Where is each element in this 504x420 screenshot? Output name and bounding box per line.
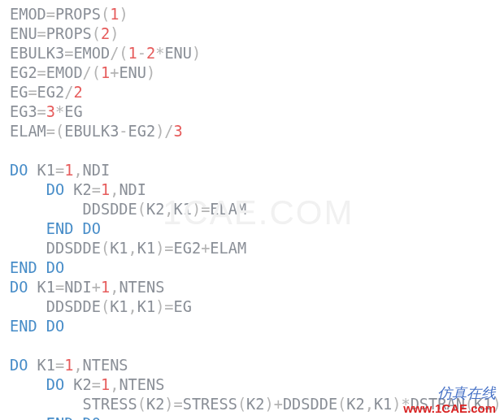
code-token-id: EG <box>10 84 28 101</box>
code-token-id: EG2 <box>128 123 156 140</box>
code-token-op: ) <box>265 396 274 413</box>
code-token-id: ELAM <box>210 240 246 257</box>
code-token-op: = <box>174 396 183 413</box>
code-token-kw: END DO <box>10 259 64 276</box>
code-token-op: , <box>73 162 82 179</box>
code-token-id: EG2 <box>37 84 65 101</box>
code-token-id: DDSDDE <box>283 396 337 413</box>
code-token-id: NTENS <box>119 279 164 296</box>
code-token-op: / <box>64 84 73 101</box>
code-token-op: + <box>92 279 101 296</box>
code-token-kw: END DO <box>46 220 101 237</box>
code-token-id: EBULK3 <box>64 123 119 140</box>
code-token-op: * <box>155 45 164 62</box>
code-token-id: K2 <box>64 181 92 198</box>
code-token-op: ( <box>92 64 101 81</box>
code-token-id: K1 <box>28 279 55 296</box>
code-token-num: 3 <box>174 123 183 140</box>
code-token-op: ( <box>101 6 110 23</box>
code-token-op: = <box>37 25 46 42</box>
code-token-op: ) <box>164 396 173 413</box>
code-token-kw: DO <box>46 376 64 393</box>
code-token-id: DDSDDE <box>10 298 101 315</box>
code-token-op: * <box>401 396 410 413</box>
code-token-id: NTENS <box>83 357 128 374</box>
code-token-op: ( <box>337 396 346 413</box>
code-token-id: ELAM <box>10 123 46 140</box>
code-token-op: = <box>37 64 46 81</box>
code-token-op: / <box>164 123 173 140</box>
code-token-op: = <box>164 298 173 315</box>
code-token-op: ) <box>192 45 201 62</box>
code-token-num: 1 <box>64 162 73 179</box>
code-token-op: / <box>110 45 119 62</box>
code-token-op: ) <box>155 298 164 315</box>
code-token-id: EMOD <box>73 45 110 62</box>
code-token-id: EG3 <box>10 103 37 120</box>
code-token-op: = <box>55 279 64 296</box>
code-token-id <box>10 376 46 393</box>
code-token-id: ENU <box>10 25 37 42</box>
code-token-op: , <box>110 181 119 198</box>
code-token-op: , <box>128 240 137 257</box>
code-token-op: ) <box>155 240 164 257</box>
code-token-op: - <box>137 45 146 62</box>
code-token-op: = <box>46 123 55 140</box>
code-token-num: 1 <box>101 279 110 296</box>
code-token-op: = <box>46 6 55 23</box>
code-token-op: ) <box>492 396 501 413</box>
code-token-op: = <box>92 181 101 198</box>
code-token-id: EMOD <box>10 6 46 23</box>
code-token-kw: DO <box>10 279 28 296</box>
code-token-num: 1 <box>101 181 110 198</box>
code-token-op: = <box>164 240 173 257</box>
code-token-kw: END DO <box>46 415 101 420</box>
code-token-id: ELAM <box>210 201 246 218</box>
code-token-num: 2 <box>146 45 155 62</box>
code-token-id: NDI <box>83 162 111 179</box>
code-token-id: K1 <box>137 298 155 315</box>
code-token-id: K2 <box>146 201 164 218</box>
code-token-op: ) <box>155 123 164 140</box>
code-token-op: = <box>28 84 37 101</box>
code-token-op: * <box>55 103 64 120</box>
code-token-op: + <box>201 240 210 257</box>
code-token-id: EBULK3 <box>10 45 64 62</box>
code-token-op: = <box>37 103 46 120</box>
code-token-id: EG2 <box>174 240 202 257</box>
code-block: EMOD=PROPS(1) ENU=PROPS(2) EBULK3=EMOD/(… <box>0 0 504 420</box>
code-token-op: ( <box>137 201 146 218</box>
code-token-id: STRESS <box>10 396 137 413</box>
code-token-op: = <box>201 201 210 218</box>
code-token-op: , <box>110 376 119 393</box>
code-token-id: STRESS <box>183 396 237 413</box>
code-token-id: PROPS <box>55 6 101 23</box>
code-token-op: ( <box>55 123 64 140</box>
code-token-op: , <box>128 298 137 315</box>
code-token-id: K2 <box>246 396 264 413</box>
code-token-num: 1 <box>101 376 110 393</box>
code-token-id: K2 <box>346 396 364 413</box>
code-token-kw: END DO <box>10 318 64 335</box>
code-token-id: DDSDDE <box>10 240 101 257</box>
code-token-id: NTENS <box>119 376 164 393</box>
code-token-num: 1 <box>128 45 137 62</box>
code-token-id <box>10 220 46 237</box>
code-token-num: 1 <box>101 64 110 81</box>
code-token-op: ( <box>465 396 474 413</box>
code-token-id: K1 <box>110 240 128 257</box>
code-token-id: K1 <box>374 396 392 413</box>
code-token-id: NDI <box>119 181 146 198</box>
code-token-op: = <box>92 376 101 393</box>
code-token-id: K1 <box>174 201 192 218</box>
code-token-op: - <box>119 123 128 140</box>
code-token-id: K1 <box>28 162 55 179</box>
code-token-kw: DO <box>10 357 28 374</box>
code-token-num: 2 <box>101 25 110 42</box>
code-token-num: 1 <box>110 6 119 23</box>
code-token-id: NDI <box>64 279 92 296</box>
code-token-id: ENU <box>119 64 146 81</box>
code-token-id: EG <box>174 298 192 315</box>
code-token-op: ) <box>110 25 119 42</box>
code-token-id: EMOD <box>46 64 83 81</box>
